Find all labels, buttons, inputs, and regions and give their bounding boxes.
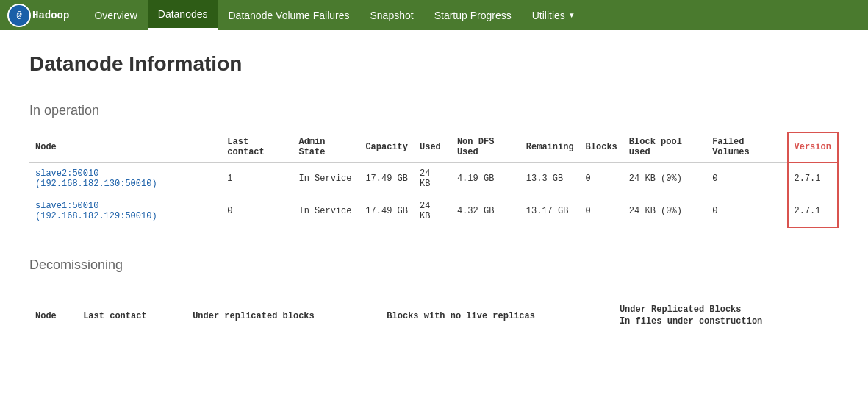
col-last-contact: Last contact bbox=[221, 132, 293, 163]
chevron-down-icon: ▼ bbox=[568, 11, 575, 19]
cell-failed-volumes: 0 bbox=[706, 163, 787, 196]
main-nav: @ Hadoop Overview Datanodes Datanode Vol… bbox=[0, 0, 868, 30]
col-capacity: Capacity bbox=[359, 132, 414, 163]
col-admin-state: Admin State bbox=[293, 132, 359, 163]
col-block-pool-used: Block pool used bbox=[623, 132, 706, 163]
decomm-col-line1: Under Replicated Blocks bbox=[620, 304, 742, 315]
cell-last-contact: 0 bbox=[221, 195, 293, 227]
col-failed-volumes: Failed Volumes bbox=[706, 132, 787, 163]
nav-link-startup-progress[interactable]: Startup Progress bbox=[424, 0, 522, 30]
cell-admin-state: In Service bbox=[293, 195, 359, 227]
table-header-row: Node Last contact Admin State Capacity U… bbox=[29, 132, 838, 163]
utilities-dropdown: Utilities ▼ bbox=[532, 10, 575, 21]
in-operation-section: In operation Node Last contact Admin Sta… bbox=[29, 103, 839, 228]
decomm-col-node: Node bbox=[29, 300, 77, 332]
node-link[interactable]: slave1:50010 (192.168.182.129:50010) bbox=[35, 201, 157, 221]
logo: @ Hadoop bbox=[7, 4, 69, 27]
in-operation-table: Node Last contact Admin State Capacity U… bbox=[29, 132, 839, 228]
col-non-dfs-used: Non DFS Used bbox=[451, 132, 520, 163]
decomissioning-table: Node Last contact Under replicated block… bbox=[29, 300, 839, 332]
nav-menu: Overview Datanodes Datanode Volume Failu… bbox=[84, 0, 585, 30]
cell-version: 2.7.1 bbox=[788, 195, 838, 227]
cell-admin-state: In Service bbox=[293, 163, 359, 196]
table-row: slave2:50010 (192.168.182.130:50010) 1 I… bbox=[29, 163, 838, 196]
in-operation-title: In operation bbox=[29, 103, 839, 118]
hadoop-label: Hadoop bbox=[32, 10, 69, 21]
cell-version: 2.7.1 bbox=[788, 163, 838, 196]
nav-item-utilities[interactable]: Utilities ▼ bbox=[522, 0, 586, 30]
title-divider bbox=[29, 85, 839, 85]
table-row: slave1:50010 (192.168.182.129:50010) 0 I… bbox=[29, 195, 838, 227]
cell-capacity: 17.49 GB bbox=[359, 163, 414, 196]
decomissioning-title: Decomissioning bbox=[29, 257, 839, 273]
decomm-col-under-replicated: Under replicated blocks bbox=[187, 300, 381, 332]
decomm-col-line2: In files under construction bbox=[620, 316, 762, 327]
col-used: Used bbox=[414, 132, 451, 163]
nav-link-snapshot[interactable]: Snapshot bbox=[360, 0, 424, 30]
cell-used: 24 KB bbox=[414, 163, 451, 196]
col-node: Node bbox=[29, 132, 221, 163]
decomm-col-under-replicated-construction: Under Replicated Blocks In files under c… bbox=[614, 300, 839, 332]
cell-non-dfs-used: 4.19 GB bbox=[451, 163, 520, 196]
cell-non-dfs-used: 4.32 GB bbox=[451, 195, 520, 227]
nav-item-datanodes[interactable]: Datanodes bbox=[148, 0, 218, 30]
hadoop-logo-icon: @ bbox=[7, 4, 31, 27]
cell-blocks: 0 bbox=[580, 195, 623, 227]
nav-link-datanodes[interactable]: Datanodes bbox=[148, 0, 218, 30]
cell-node: slave1:50010 (192.168.182.129:50010) bbox=[29, 195, 221, 227]
node-link[interactable]: slave2:50010 (192.168.182.130:50010) bbox=[35, 168, 157, 189]
page-title: Datanode Information bbox=[29, 52, 839, 76]
col-blocks: Blocks bbox=[580, 132, 623, 163]
cell-remaining: 13.17 GB bbox=[520, 195, 580, 227]
decomissioning-section: Decomissioning Node Last contact Under r… bbox=[29, 257, 839, 332]
cell-used: 24 KB bbox=[414, 195, 451, 227]
nav-link-utilities[interactable]: Utilities ▼ bbox=[522, 0, 586, 30]
decomm-col-blocks-no-live: Blocks with no live replicas bbox=[381, 300, 614, 332]
cell-blocks: 0 bbox=[580, 163, 623, 196]
cell-last-contact: 1 bbox=[221, 163, 293, 196]
col-version: Version bbox=[788, 132, 838, 163]
col-remaining: Remaining bbox=[520, 132, 580, 163]
cell-failed-volumes: 0 bbox=[706, 195, 787, 227]
decomm-divider bbox=[29, 282, 839, 282]
cell-remaining: 13.3 GB bbox=[520, 163, 580, 196]
cell-block-pool-used: 24 KB (0%) bbox=[623, 195, 706, 227]
nav-link-datanode-volume-failures[interactable]: Datanode Volume Failures bbox=[218, 0, 360, 30]
cell-capacity: 17.49 GB bbox=[359, 195, 414, 227]
decomm-header-row: Node Last contact Under replicated block… bbox=[29, 300, 839, 332]
main-content: Datanode Information In operation Node L… bbox=[0, 30, 868, 354]
nav-item-snapshot[interactable]: Snapshot bbox=[360, 0, 424, 30]
nav-item-overview[interactable]: Overview bbox=[84, 0, 147, 30]
cell-node: slave2:50010 (192.168.182.130:50010) bbox=[29, 163, 221, 196]
cell-block-pool-used: 24 KB (0%) bbox=[623, 163, 706, 196]
nav-link-overview[interactable]: Overview bbox=[84, 0, 147, 30]
decomm-col-last-contact: Last contact bbox=[77, 300, 187, 332]
nav-item-datanode-volume-failures[interactable]: Datanode Volume Failures bbox=[218, 0, 360, 30]
nav-item-startup-progress[interactable]: Startup Progress bbox=[424, 0, 522, 30]
